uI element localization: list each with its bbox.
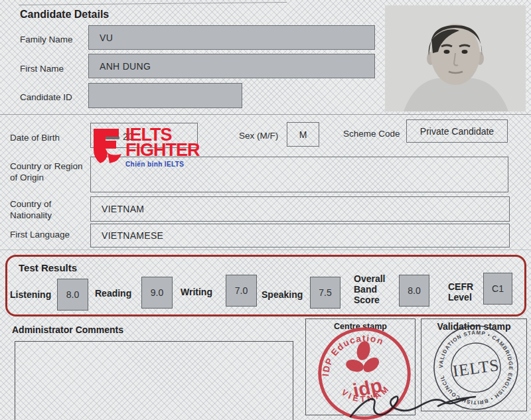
first-language-field: VIETNAMESE [90, 224, 510, 247]
dob-label: Date of Birth [10, 133, 60, 144]
top-edge-line [19, 2, 287, 5]
candidate-photo [385, 5, 526, 111]
scheme-code-label: Scheme Code [343, 129, 400, 140]
logo-tagline: Chiến binh IELTS [125, 161, 200, 168]
reading-label: Reading [95, 288, 131, 299]
overall-band-label: Overall Band Score [354, 273, 399, 305]
first-language-label: First Language [10, 230, 70, 241]
nationality-field: VIETNAM [90, 196, 510, 222]
test-results-title: Test Results [19, 262, 77, 273]
family-name-field: VU [88, 25, 375, 50]
listening-score: 8.0 [57, 279, 88, 311]
speaking-label: Speaking [262, 289, 303, 300]
sex-label: Sex (M/F) [239, 131, 278, 142]
reading-score: 9.0 [141, 277, 173, 309]
validation-center-text: IELTS [451, 356, 500, 380]
writing-label: Writing [181, 287, 212, 297]
nationality-label: Country of Nationality [10, 199, 76, 222]
scheme-code-field: Private Candidate [406, 119, 508, 143]
cefr-level-label: CEFR Level [448, 281, 483, 303]
cefr-level-value: C1 [483, 273, 512, 305]
listening-label: Listening [10, 289, 51, 300]
section-divider-1 [0, 114, 531, 115]
first-name-label: First Name [20, 64, 64, 75]
admin-comments-box [15, 341, 293, 420]
signature [345, 390, 531, 420]
ielts-report-form: Candidate Details Family Name VU First N… [0, 0, 531, 420]
candidate-id-label: Candidate ID [20, 92, 72, 104]
ielts-fighter-logo: IELTS FIGHTER Chiến binh IELTS [92, 127, 200, 168]
overall-band-score: 8.0 [399, 275, 429, 307]
sex-field: M [287, 122, 319, 147]
candidate-details-title: Candidate Details [20, 9, 109, 21]
logo-word-fighter: FIGHTER [125, 142, 200, 159]
fighter-shield-icon [92, 127, 123, 167]
family-name-label: Family Name [20, 35, 73, 46]
speaking-score: 7.5 [310, 277, 341, 309]
writing-score: 7.0 [226, 275, 257, 307]
candidate-id-field [88, 83, 242, 108]
first-name-field: ANH DUNG [88, 54, 375, 78]
admin-comments-title: Administrator Comments [12, 324, 123, 335]
section-divider-2 [0, 249, 531, 250]
origin-label: Country or Region of Origin [10, 161, 86, 184]
